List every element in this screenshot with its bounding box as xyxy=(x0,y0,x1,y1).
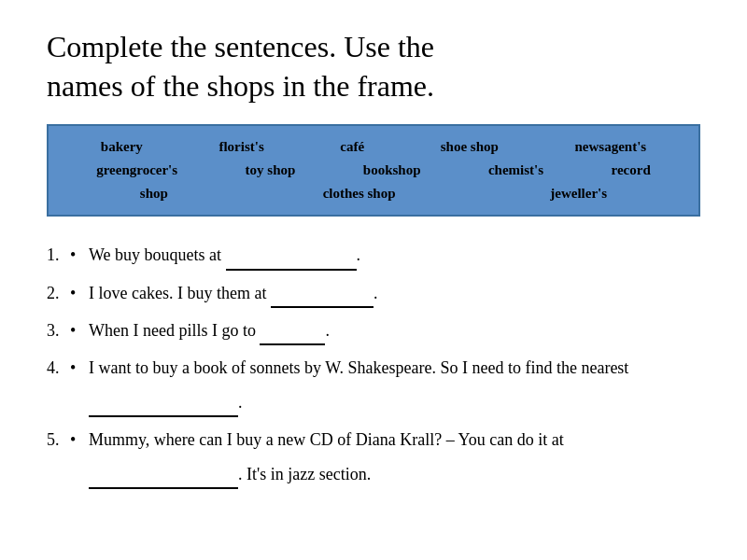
word-row-2: greengrocer's toy shop bookshop chemist'… xyxy=(63,159,684,182)
sentence-1-blank[interactable] xyxy=(226,252,357,271)
word-greengrocer: greengrocer's xyxy=(96,162,177,178)
word-cafe: café xyxy=(340,139,364,155)
word-record: record xyxy=(612,162,651,178)
sentence-2-number: 2. xyxy=(47,278,70,308)
sentence-4-bullet: • xyxy=(70,353,89,383)
sentence-1-text: We buy bouquets at . xyxy=(89,240,700,270)
word-row-3: shop clothes shop jeweller's xyxy=(63,182,684,205)
page-title: Complete the sentences. Use the names of… xyxy=(47,28,700,105)
sentence-1-bullet: • xyxy=(70,240,89,270)
sentence-2-text: I love cakes. I buy them at . xyxy=(89,278,700,308)
word-toy-shop: toy shop xyxy=(246,162,296,178)
sentence-2-bullet: • xyxy=(70,278,89,308)
sentence-5-text: Mummy, where can I buy a new CD of Diana… xyxy=(89,425,700,455)
sentence-2-blank[interactable] xyxy=(271,289,374,308)
sentence-4: 4. • I want to buy a book of sonnets by … xyxy=(47,353,700,417)
sentence-3-blank[interactable] xyxy=(260,327,325,345)
sentence-3: 3. • When I need pills I go to . xyxy=(47,315,700,345)
sentence-5: 5. • Mummy, where can I buy a new CD of … xyxy=(47,425,700,489)
word-newsagent: newsagent's xyxy=(574,139,646,155)
sentence-2: 2. • I love cakes. I buy them at . xyxy=(47,278,700,308)
word-shoe-shop: shoe shop xyxy=(441,139,499,155)
word-chemist: chemist's xyxy=(488,162,543,178)
word-clothes-shop: clothes shop xyxy=(323,186,396,202)
sentence-4-text: I want to buy a book of sonnets by W. Sh… xyxy=(89,353,700,383)
word-bookshop: bookshop xyxy=(363,162,421,178)
sentence-4-number: 4. xyxy=(47,353,70,383)
sentence-4-blank[interactable] xyxy=(89,399,238,417)
sentence-3-bullet: • xyxy=(70,315,89,345)
sentence-5-blank[interactable] xyxy=(89,470,238,489)
sentence-3-text: When I need pills I go to . xyxy=(89,315,700,345)
word-florist: florist's xyxy=(218,139,263,155)
sentence-1: 1. • We buy bouquets at . xyxy=(47,240,700,270)
sentence-5-number: 5. xyxy=(47,425,70,455)
word-row-1: bakery florist's café shoe shop newsagen… xyxy=(63,135,684,159)
sentences-section: 1. • We buy bouquets at . 2. • I love ca… xyxy=(47,240,700,489)
word-bakery: bakery xyxy=(101,139,143,155)
sentence-5-bullet: • xyxy=(70,425,89,455)
sentence-1-number: 1. xyxy=(47,240,70,270)
word-shop: shop xyxy=(140,186,168,202)
sentence-3-number: 3. xyxy=(47,315,70,345)
word-frame: bakery florist's café shoe shop newsagen… xyxy=(47,124,700,217)
word-jeweller: jeweller's xyxy=(550,186,607,202)
